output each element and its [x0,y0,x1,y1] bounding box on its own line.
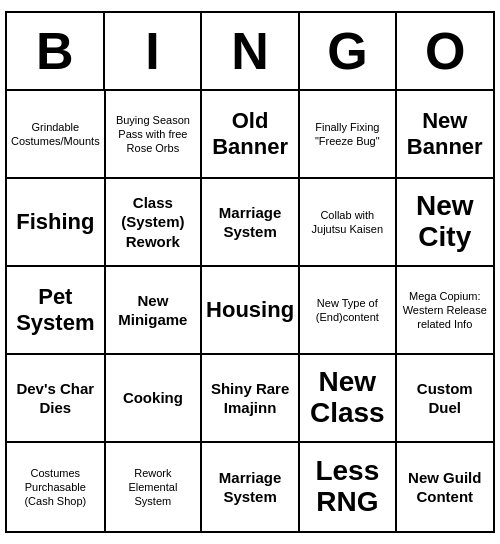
bingo-cell[interactable]: New Minigame [106,267,202,355]
bingo-grid: Grindable Costumes/MountsBuying Season P… [7,91,493,531]
bingo-cell[interactable]: Marriage System [202,179,300,267]
cell-label: Pet System [11,284,100,337]
header-letter: I [105,13,203,91]
cell-label: Buying Season Pass with free Rose Orbs [110,113,196,156]
bingo-cell[interactable]: Custom Duel [397,355,493,443]
header-letter: B [7,13,105,91]
cell-label: New Guild Content [401,468,489,507]
cell-label: Class (System) Rework [110,193,196,252]
bingo-cell[interactable]: Class (System) Rework [106,179,202,267]
cell-label: Finally Fixing "Freeze Bug" [304,120,390,149]
bingo-cell[interactable]: Housing [202,267,300,355]
bingo-cell[interactable]: Old Banner [202,91,300,179]
bingo-header: BINGO [7,13,493,91]
bingo-cell[interactable]: Dev's Char Dies [7,355,106,443]
cell-label: Less RNG [304,456,390,518]
bingo-cell[interactable]: Grindable Costumes/Mounts [7,91,106,179]
cell-label: Custom Duel [401,379,489,418]
bingo-cell[interactable]: Costumes Purchasable (Cash Shop) [7,443,106,531]
cell-label: Mega Copium: Western Release related Inf… [401,289,489,332]
bingo-cell[interactable]: New Class [300,355,396,443]
cell-label: New Type of (End)content [304,296,390,325]
cell-label: Collab with Jujutsu Kaisen [304,208,390,237]
cell-label: Dev's Char Dies [11,379,100,418]
bingo-cell[interactable]: New Type of (End)content [300,267,396,355]
bingo-cell[interactable]: Pet System [7,267,106,355]
bingo-card: BINGO Grindable Costumes/MountsBuying Se… [5,11,495,533]
bingo-cell[interactable]: Mega Copium: Western Release related Inf… [397,267,493,355]
bingo-cell[interactable]: New Banner [397,91,493,179]
bingo-cell[interactable]: Cooking [106,355,202,443]
cell-label: Shiny Rare Imajinn [206,379,294,418]
bingo-cell[interactable]: Fishing [7,179,106,267]
cell-label: Fishing [16,209,94,235]
cell-label: Costumes Purchasable (Cash Shop) [11,466,100,509]
bingo-cell[interactable]: Rework Elemental System [106,443,202,531]
bingo-cell[interactable]: Buying Season Pass with free Rose Orbs [106,91,202,179]
bingo-cell[interactable]: Marriage System [202,443,300,531]
cell-label: Old Banner [206,108,294,161]
cell-label: Rework Elemental System [110,466,196,509]
bingo-cell[interactable]: Less RNG [300,443,396,531]
cell-label: New Class [304,367,390,429]
cell-label: New City [401,191,489,253]
bingo-cell[interactable]: New Guild Content [397,443,493,531]
cell-label: Housing [206,297,294,323]
header-letter: O [397,13,493,91]
bingo-cell[interactable]: Shiny Rare Imajinn [202,355,300,443]
header-letter: N [202,13,300,91]
cell-label: Grindable Costumes/Mounts [11,120,100,149]
cell-label: Marriage System [206,203,294,242]
cell-label: New Banner [401,108,489,161]
bingo-cell[interactable]: New City [397,179,493,267]
cell-label: New Minigame [110,291,196,330]
bingo-cell[interactable]: Collab with Jujutsu Kaisen [300,179,396,267]
cell-label: Cooking [123,388,183,408]
bingo-cell[interactable]: Finally Fixing "Freeze Bug" [300,91,396,179]
header-letter: G [300,13,398,91]
cell-label: Marriage System [206,468,294,507]
